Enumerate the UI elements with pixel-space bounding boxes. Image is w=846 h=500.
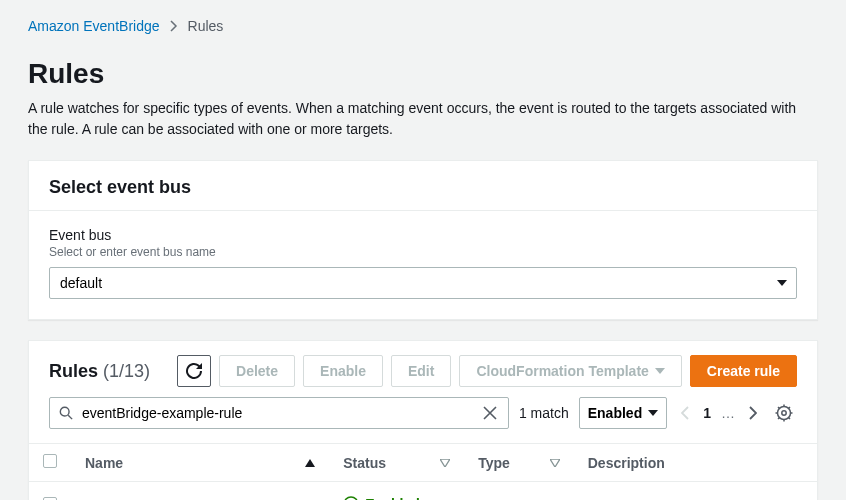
rules-panel: Rules (1/13) Delete Enable Edit CloudFor… (28, 340, 818, 500)
page-number: 1 (703, 405, 711, 421)
create-rule-button[interactable]: Create rule (690, 355, 797, 387)
chevron-left-icon (681, 406, 689, 420)
cloudformation-template-button[interactable]: CloudFormation Template (459, 355, 681, 387)
breadcrumb: Amazon EventBridge Rules (28, 18, 818, 34)
svg-line-9 (788, 417, 790, 419)
chevron-right-icon (749, 406, 757, 420)
search-icon (59, 406, 73, 420)
delete-button[interactable]: Delete (219, 355, 295, 387)
page-description: A rule watches for specific types of eve… (28, 98, 818, 140)
rules-title: Rules (1/13) (49, 361, 150, 382)
rule-type: Standard (464, 482, 574, 501)
table-row: eventBridge-example-rule Enabled Standar… (29, 482, 817, 501)
table-settings-button[interactable] (771, 400, 797, 426)
sort-icon (440, 459, 450, 467)
status-filter-select[interactable]: Enabled (579, 397, 667, 429)
match-count: 1 match (519, 405, 569, 421)
select-all-checkbox[interactable] (43, 454, 57, 468)
event-bus-field-hint: Select or enter event bus name (49, 245, 797, 259)
next-page-button[interactable] (745, 402, 761, 424)
refresh-icon (186, 363, 202, 379)
event-bus-field-label: Event bus (49, 227, 797, 243)
sort-asc-icon (305, 459, 315, 467)
breadcrumb-current: Rules (188, 18, 224, 34)
page-title: Rules (28, 58, 818, 90)
select-event-bus-panel: Select event bus Event bus Select or ent… (28, 160, 818, 320)
rules-search-input[interactable] (49, 397, 509, 429)
status-badge: Enabled (343, 496, 419, 500)
edit-button[interactable]: Edit (391, 355, 451, 387)
svg-line-10 (778, 417, 780, 419)
caret-down-icon (655, 368, 665, 374)
pagination: 1 … (677, 402, 761, 424)
chevron-right-icon (170, 20, 178, 32)
svg-line-8 (778, 407, 780, 409)
rule-description: eventBridge-example-rule (574, 482, 817, 501)
column-header-name[interactable]: Name (71, 444, 329, 482)
prev-page-button[interactable] (677, 402, 693, 424)
svg-point-0 (60, 407, 69, 416)
sort-icon (550, 459, 560, 467)
svg-point-3 (782, 411, 786, 415)
refresh-button[interactable] (177, 355, 211, 387)
check-circle-icon (343, 496, 359, 500)
close-icon (483, 406, 497, 420)
enable-button[interactable]: Enable (303, 355, 383, 387)
page-dots: … (721, 405, 735, 421)
svg-line-11 (788, 407, 790, 409)
gear-icon (775, 404, 793, 422)
rules-table: Name Status Type (29, 443, 817, 500)
breadcrumb-root-link[interactable]: Amazon EventBridge (28, 18, 160, 34)
event-bus-panel-title: Select event bus (49, 177, 797, 198)
clear-search-button[interactable] (477, 404, 503, 422)
column-header-status[interactable]: Status (329, 444, 464, 482)
caret-down-icon (648, 410, 658, 416)
svg-line-1 (68, 415, 72, 419)
column-header-type[interactable]: Type (464, 444, 574, 482)
event-bus-select[interactable]: default (49, 267, 797, 299)
column-header-description[interactable]: Description (574, 444, 817, 482)
